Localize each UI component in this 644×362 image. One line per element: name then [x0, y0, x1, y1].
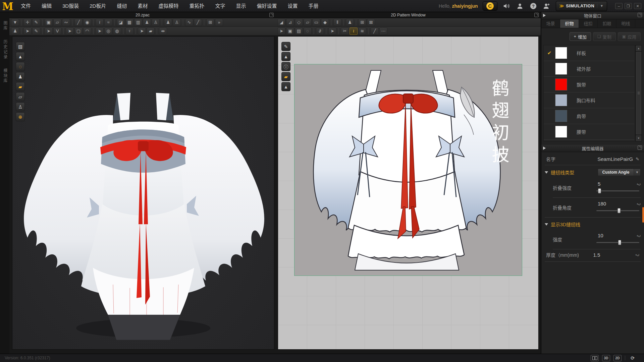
show-3d-box-toggle[interactable]: ▧ — [16, 42, 25, 51]
wrench-icon[interactable]: ⚳ — [635, 253, 640, 256]
split-view-button[interactable] — [591, 355, 599, 361]
wing-tool[interactable]: ◠ — [83, 27, 91, 35]
menu-item[interactable]: 显示 — [230, 3, 251, 9]
close-button[interactable]: ✕ — [634, 3, 641, 9]
menu-item[interactable]: 3D服装 — [57, 3, 84, 9]
object-tab[interactable]: 织物 — [560, 19, 579, 28]
grid-tool[interactable]: ⊠ — [367, 19, 375, 26]
popout-icon[interactable] — [638, 145, 642, 150]
3d-tab-title[interactable]: 20.zpac — [9, 13, 276, 17]
dock-tab[interactable]: 历史记录 — [2, 40, 8, 60]
select-c-tool[interactable]: ➤ — [66, 27, 74, 35]
minimize-button[interactable]: – — [615, 3, 623, 9]
sew-curve-3d-tool[interactable]: ≈ — [104, 19, 112, 26]
dotted-line-tool[interactable]: ⋯ — [379, 27, 387, 35]
fabric-row[interactable]: ✔ 飘带 — [544, 77, 634, 93]
popout-icon[interactable] — [534, 13, 539, 17]
select-move-tool[interactable]: ✛ — [23, 19, 32, 26]
seam-type-dropdown[interactable]: Custom Angle ▼ — [598, 169, 641, 176]
menu-item[interactable]: 文字 — [210, 3, 230, 9]
view-3d-button[interactable]: 3D — [602, 355, 610, 361]
object-tab[interactable]: 纽扣 — [579, 19, 598, 28]
vest-display-tool[interactable]: ▥ — [134, 19, 142, 26]
rectangle-pattern-tool[interactable]: ▭ — [312, 19, 320, 26]
show-silhouette-eye-toggle[interactable]: ▲ — [281, 52, 290, 61]
collapse-arrow-icon[interactable] — [543, 146, 546, 150]
free-sew-tool[interactable]: ≀ — [350, 27, 358, 35]
seam-type-section[interactable]: 缝纫线类型 Custom Angle ▼ — [541, 165, 644, 178]
pattern-move-tool[interactable]: ➤ — [277, 27, 285, 35]
wrench-icon[interactable]: ⚳ — [637, 234, 642, 238]
select-brush-tool[interactable]: ✎ — [32, 19, 40, 26]
object-tab[interactable]: 明线 — [616, 19, 635, 28]
menu-item[interactable]: 偏好设置 — [252, 3, 282, 9]
fabric-swatch[interactable] — [555, 47, 567, 59]
walk-avatar-tool[interactable]: ♟ — [11, 27, 19, 35]
popout-icon[interactable] — [638, 13, 642, 17]
edit-point-tool[interactable]: ◇ — [295, 19, 303, 26]
select-box-tool[interactable]: ▢ — [74, 27, 83, 35]
name-value[interactable]: SeamLinePairG — [597, 156, 633, 162]
collapse-arrow-icon[interactable] — [543, 14, 546, 17]
curve-tool[interactable]: ∂ — [316, 27, 324, 35]
dropdown-caret-icon[interactable]: ▼ — [634, 169, 640, 176]
simulate-button[interactable]: ▼ — [11, 19, 19, 26]
v-brush-tool[interactable]: V — [53, 27, 61, 35]
select-sew-tool[interactable]: ➤ — [328, 27, 336, 35]
view-2d-button[interactable]: 2D — [613, 355, 622, 361]
object-tab[interactable]: 扣眼 — [598, 19, 616, 28]
scroll-up-icon[interactable]: ▲ — [636, 46, 641, 51]
show-avatar-toggle[interactable]: ♟ — [16, 72, 25, 81]
select-b-tool[interactable]: ➤ — [45, 27, 53, 35]
pattern-paste-tool[interactable]: ▤ — [295, 27, 303, 35]
avatar-2d-tool[interactable]: ♟ — [346, 19, 354, 26]
menu-item[interactable]: 编辑 — [36, 3, 57, 9]
plane-tool[interactable]: ▰ — [147, 27, 155, 35]
brush-a-tool[interactable]: ✎ — [32, 27, 40, 35]
object-tab[interactable]: 场景 — [541, 19, 560, 28]
2d-viewport[interactable]: 鹤翅初披 ✎▲ⓘ▰▲ — [278, 36, 539, 350]
ghost-tool[interactable]: ◎ — [104, 27, 112, 35]
mannequin-tool[interactable]: ♙ — [152, 19, 160, 26]
refresh-icon[interactable]: ⟳ — [629, 355, 637, 361]
menu-item[interactable]: 重拓扑 — [184, 3, 210, 9]
show-silhouette-toggle[interactable]: ♙ — [16, 102, 25, 111]
edit-pattern-tool[interactable]: ⊿ — [286, 19, 294, 26]
credits-button[interactable]: C — [483, 1, 497, 11]
simulation-dropdown-caret[interactable]: ▼ — [597, 4, 603, 8]
fabric-swatch[interactable] — [555, 78, 567, 90]
show-seam-eye-toggle[interactable]: ✎ — [281, 42, 290, 51]
select-a-tool[interactable]: ➤ — [23, 27, 32, 35]
fabric-row[interactable]: ✔ 胸口布料 — [544, 93, 634, 108]
show-fabric-toggle[interactable]: ▰ — [16, 82, 25, 91]
pin-ball-tool[interactable]: ◉ — [83, 19, 91, 26]
fabric-swatch[interactable] — [555, 126, 567, 138]
3d-viewport[interactable]: ▧▲◌♟▰▱♙⊕ — [12, 36, 274, 350]
needle-tool[interactable]: ╱ — [74, 19, 83, 26]
menu-item[interactable]: 设置 — [282, 3, 303, 9]
fabric-row[interactable]: ✔ 样板 — [544, 45, 634, 61]
polygon-pattern-tool[interactable]: ▱ — [304, 19, 312, 26]
doll-tool[interactable]: ♙ — [173, 19, 181, 26]
seam-strength-slider[interactable] — [596, 242, 639, 243]
m-sew-tool[interactable]: ≋ — [358, 27, 366, 35]
pin-avatar-tool[interactable]: ♀ — [125, 27, 133, 35]
tape-measure-tool[interactable]: ∿ — [185, 19, 193, 26]
pin-box-tool[interactable]: ▣ — [45, 19, 53, 26]
ghost-lock-tool[interactable]: ◍ — [113, 27, 121, 35]
show-seamlines-toggle[interactable]: ◌ — [16, 62, 25, 71]
seam-line-tool[interactable]: ╱ — [371, 27, 379, 35]
edit-pencil-icon[interactable]: ✎ — [636, 157, 639, 162]
menu-item[interactable]: 素材 — [132, 3, 153, 9]
ruler-tool[interactable]: ╱ — [194, 19, 202, 26]
zipper-tool[interactable]: ⇹ — [159, 27, 167, 35]
fabric-swatch[interactable] — [555, 110, 567, 122]
restore-button[interactable]: ❐ — [625, 3, 632, 9]
arrange-garment-tool[interactable]: ▦ — [125, 19, 133, 26]
show-pattern-toggle[interactable]: ▰ — [281, 72, 290, 81]
pattern-zoom-tool[interactable]: ◌ — [304, 27, 312, 35]
dock-tab[interactable]: 模块库 — [2, 68, 8, 83]
object-action-button[interactable]: ▣应用 — [618, 32, 641, 41]
invite-user-icon[interactable] — [542, 2, 551, 10]
pin-curve-tool[interactable]: ∾ — [62, 19, 70, 26]
